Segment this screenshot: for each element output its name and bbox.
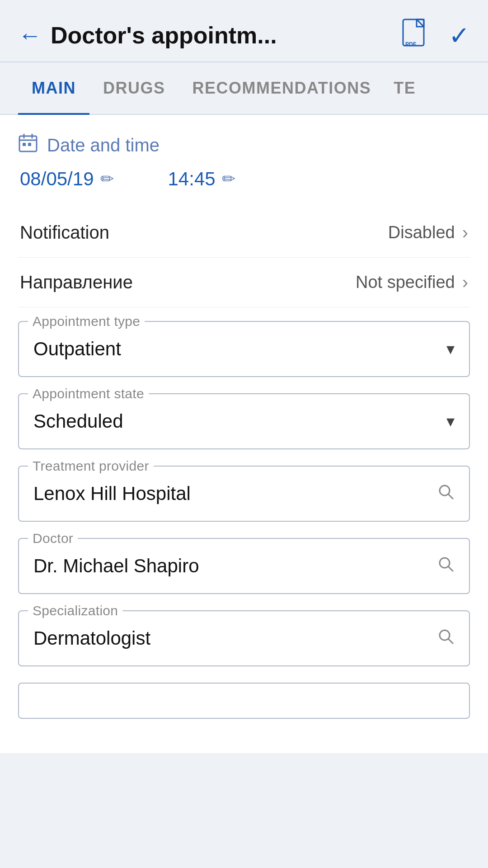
doctor-field[interactable]: Doctor Dr. Michael Shapiro	[18, 538, 470, 594]
appointment-state-label: Appointment state	[28, 386, 149, 401]
treatment-provider-search-icon	[437, 483, 455, 505]
tab-te[interactable]: TE	[385, 62, 425, 114]
appointment-type-content: Outpatient ▾	[19, 322, 469, 376]
doctor-value: Dr. Michael Shapiro	[33, 555, 199, 577]
time-value: 14:45	[168, 168, 216, 190]
svg-text:PDF: PDF	[405, 41, 416, 47]
time-edit-icon[interactable]: ✏	[222, 170, 235, 189]
specialization-content: Dermatologist	[19, 611, 469, 665]
date-time-section-header: Date and time	[18, 133, 470, 157]
notification-label: Notification	[20, 222, 109, 243]
date-edit-icon[interactable]: ✏	[100, 170, 114, 189]
doctor-label: Doctor	[28, 531, 78, 546]
back-button[interactable]: ←	[18, 24, 42, 47]
tab-bar: MAIN DRUGS RECOMMENDATIONS TE	[0, 62, 488, 115]
appointment-state-content: Scheduled ▾	[19, 394, 469, 448]
appointment-type-label: Appointment type	[28, 314, 145, 329]
header-actions: PDF ✓	[402, 18, 470, 52]
treatment-provider-value: Lenox Hill Hospital	[33, 483, 191, 505]
app-header: ← Doctor's appointm... PDF ✓	[0, 0, 488, 61]
direction-value-group: Not specified ›	[356, 272, 468, 292]
treatment-provider-label: Treatment provider	[28, 458, 154, 474]
svg-rect-3	[23, 143, 26, 146]
specialization-label: Specialization	[28, 603, 122, 618]
appointment-type-value: Outpatient	[33, 338, 121, 360]
page-title: Doctor's appointm...	[51, 22, 277, 49]
specialization-value: Dermatologist	[33, 627, 150, 649]
direction-row[interactable]: Направление Not specified ›	[18, 258, 470, 307]
pdf-button[interactable]: PDF	[402, 18, 432, 52]
direction-chevron-icon: ›	[462, 272, 468, 292]
tab-drugs[interactable]: DRUGS	[89, 62, 179, 114]
doctor-content: Dr. Michael Shapiro	[19, 539, 469, 593]
specialization-field[interactable]: Specialization Dermatologist	[18, 610, 470, 666]
header-left: ← Doctor's appointm...	[18, 22, 277, 49]
form-section: Appointment type Outpatient ▾ Appointmen…	[18, 321, 470, 719]
date-time-label: Date and time	[47, 135, 160, 156]
notification-value: Disabled	[388, 223, 455, 242]
appointment-state-value: Scheduled	[33, 410, 123, 432]
main-content: Date and time 08/05/19 ✏ 14:45 ✏ Notific…	[0, 115, 488, 753]
confirm-button[interactable]: ✓	[449, 21, 470, 50]
treatment-provider-field[interactable]: Treatment provider Lenox Hill Hospital	[18, 466, 470, 522]
calendar-icon	[18, 133, 38, 157]
treatment-provider-content: Lenox Hill Hospital	[19, 467, 469, 521]
tab-recommendations[interactable]: RECOMMENDATIONS	[179, 62, 385, 114]
tab-main[interactable]: MAIN	[18, 62, 89, 114]
direction-label: Направление	[20, 272, 133, 292]
date-field[interactable]: 08/05/19 ✏	[20, 168, 114, 190]
extra-field-content	[19, 684, 469, 716]
specialization-search-icon	[437, 628, 455, 649]
appointment-type-dropdown-icon: ▾	[446, 340, 455, 359]
date-value: 08/05/19	[20, 168, 94, 190]
svg-rect-4	[28, 143, 31, 146]
doctor-search-icon	[437, 556, 455, 577]
appointment-state-dropdown-icon: ▾	[446, 412, 455, 431]
extra-field[interactable]	[18, 683, 470, 719]
appointment-state-field[interactable]: Appointment state Scheduled ▾	[18, 393, 470, 449]
notification-value-group: Disabled ›	[388, 222, 468, 243]
date-time-row: 08/05/19 ✏ 14:45 ✏	[18, 168, 470, 190]
notification-chevron-icon: ›	[462, 222, 468, 243]
notification-row[interactable]: Notification Disabled ›	[18, 208, 470, 258]
time-field[interactable]: 14:45 ✏	[168, 168, 235, 190]
direction-value: Not specified	[356, 273, 455, 292]
appointment-type-field[interactable]: Appointment type Outpatient ▾	[18, 321, 470, 377]
